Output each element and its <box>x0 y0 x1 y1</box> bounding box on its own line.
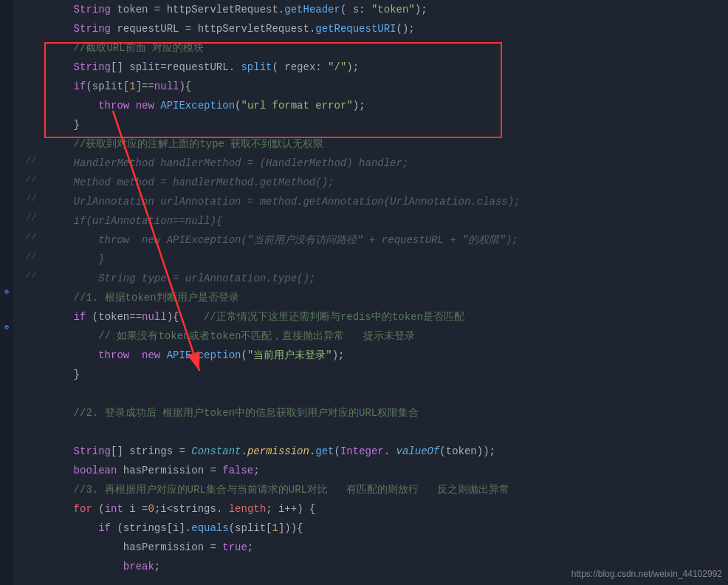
line-content-25: boolean hasPermission = false; <box>43 462 728 479</box>
line-content-17: if (token==null){ //正常情况下这里还需判断与redis中的t… <box>43 308 728 326</box>
line-content-26: //3. 再根据用户对应的URL集合与当前请求的URL对比 有匹配的则放行 反之… <box>43 481 728 499</box>
code-line-4: String[] split=requestURL. split( regex:… <box>13 58 728 77</box>
code-line-20: } <box>13 365 728 384</box>
code-line-18: // 如果没有token或者token不匹配，直接抛出异常 提示未登录 <box>13 326 728 346</box>
line-content-18: // 如果没有token或者token不匹配，直接抛出异常 提示未登录 <box>43 327 728 345</box>
code-line-23 <box>13 422 728 442</box>
line-num-13: // <box>13 231 43 242</box>
code-line-9: // HandlerMethod handlerMethod = (Handle… <box>13 154 728 173</box>
line-content-14: } <box>43 250 728 268</box>
line-content-19: throw new APIException("当前用户未登录"); <box>43 346 728 364</box>
code-line-15: // String type = urlAnnotation.type(); <box>13 269 728 288</box>
code-line-17: if (token==null){ //正常情况下这里还需判断与redis中的t… <box>13 307 728 326</box>
code-line-16: //1. 根据token判断用户是否登录 <box>13 288 728 307</box>
code-lines: String token = httpServletRequest.getHea… <box>0 0 728 576</box>
line-content-1: String token = httpServletRequest.getHea… <box>43 1 728 18</box>
line-content-24: String[] strings = Constant.permission.g… <box>43 442 728 460</box>
line-num-9: // <box>13 154 43 165</box>
line-content-27: for (int i =0;i<strings. length; i++) { <box>43 500 728 518</box>
code-line-5: if(split[1]==null){ <box>13 77 728 96</box>
line-content-8: //获取到对应的注解上面的type 获取不到默认无权限 <box>43 135 728 153</box>
line-num-10: // <box>13 174 43 185</box>
code-line-10: // Method method = handlerMethod.getMeth… <box>13 173 728 192</box>
code-line-14: // } <box>13 250 728 269</box>
code-line-6: throw new APIException("url format error… <box>13 96 728 115</box>
code-line-1: String token = httpServletRequest.getHea… <box>13 0 728 19</box>
line-content-10: Method method = handlerMethod.getMethod(… <box>43 174 728 191</box>
code-line-12: // if(urlAnnotation==null){ <box>13 211 728 230</box>
line-content-7: } <box>43 116 728 134</box>
code-line-11: // UrlAnnotation urlAnnotation = method.… <box>13 192 728 211</box>
code-line-8: //获取到对应的注解上面的type 获取不到默认无权限 <box>13 134 728 154</box>
line-content-9: HandlerMethod handlerMethod = (HandlerMe… <box>43 154 728 172</box>
line-content-21 <box>43 385 728 403</box>
code-editor: ⊕ ⊕ String token = httpServletRequest.ge… <box>0 0 728 585</box>
line-num-12: // <box>13 212 43 223</box>
line-content-23 <box>43 423 728 441</box>
watermark: https://blog.csdn.net/weixin_44102992 <box>571 569 722 579</box>
line-content-3: //截取URL前面 对应的模块 <box>43 39 728 57</box>
code-line-25: boolean hasPermission = false; <box>13 461 728 480</box>
code-line-19: throw new APIException("当前用户未登录"); <box>13 346 728 365</box>
line-content-16: //1. 根据token判断用户是否登录 <box>43 289 728 307</box>
line-content-11: UrlAnnotation urlAnnotation = method.get… <box>43 193 728 211</box>
code-line-28: if (strings[i].equals(split[1])){ <box>13 519 728 538</box>
line-content-15: String type = urlAnnotation.type(); <box>43 270 728 287</box>
left-icon-2: ⊕ <box>1 322 12 332</box>
line-num-11: // <box>13 193 43 204</box>
line-content-29: hasPermission = true; <box>43 538 728 556</box>
code-line-27: for (int i =0;i<strings. length; i++) { <box>13 499 728 519</box>
code-line-2: String requestURL = httpServletRequest.g… <box>13 19 728 38</box>
line-content-13: throw new APIException("当前用户没有访问路径" + re… <box>43 231 728 249</box>
code-line-22: //2. 登录成功后 根据用户token中的信息获取到用户对应的URL权限集合 <box>13 403 728 422</box>
code-line-26: //3. 再根据用户对应的URL集合与当前请求的URL对比 有匹配的则放行 反之… <box>13 480 728 499</box>
line-num-14: // <box>13 250 43 261</box>
code-line-24: String[] strings = Constant.permission.g… <box>13 442 728 461</box>
line-content-12: if(urlAnnotation==null){ <box>43 212 728 230</box>
line-num-15: // <box>13 270 43 281</box>
line-content-22: //2. 登录成功后 根据用户token中的信息获取到用户对应的URL权限集合 <box>43 404 728 422</box>
left-icon-1: ⊕ <box>1 287 12 297</box>
line-content-2: String requestURL = httpServletRequest.g… <box>43 20 728 38</box>
line-content-4: String[] split=requestURL. split( regex:… <box>43 58 728 76</box>
code-line-3: //截取URL前面 对应的模块 <box>13 38 728 58</box>
code-line-13: // throw new APIException("当前用户没有访问路径" +… <box>13 230 728 250</box>
left-sidebar: ⊕ ⊕ <box>0 0 13 585</box>
code-line-29: hasPermission = true; <box>13 538 728 557</box>
code-line-7: } <box>13 115 728 134</box>
code-line-21 <box>13 384 728 403</box>
line-content-20: } <box>43 366 728 383</box>
line-content-28: if (strings[i].equals(split[1])){ <box>43 519 728 537</box>
line-content-5: if(split[1]==null){ <box>43 78 728 95</box>
line-content-6: throw new APIException("url format error… <box>43 97 728 114</box>
